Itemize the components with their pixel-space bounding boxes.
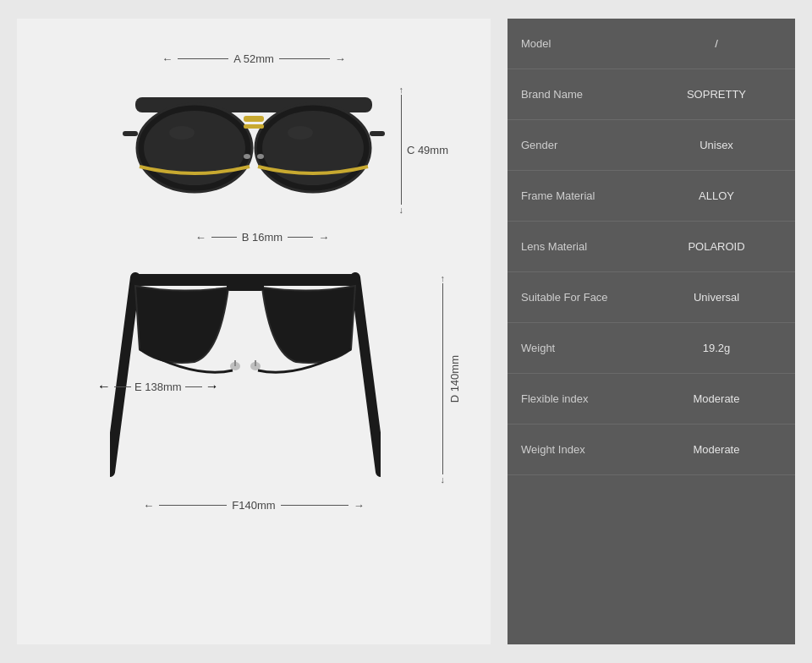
dim-d: ↑ ↓ D 140mm [441,273,462,485]
spec-row-7: Flexible indexModerate [508,374,795,425]
svg-point-10 [257,154,264,159]
spec-value: Universal [651,291,782,304]
svg-point-11 [169,126,195,140]
glasses-bottom-wrapper: ← E 138mm → ↑ ↓ D 140mm [110,269,398,492]
dim-e: ← E 138mm → [97,379,219,394]
spec-label: Model [521,37,651,50]
specs-panel: Model/Brand NameSOPRETTYGenderUnisexFram… [508,19,795,644]
spec-label: Weight Index [521,443,651,456]
spec-label: Flexible index [521,392,651,405]
spec-row-0: Model/ [508,19,795,69]
spec-label: Weight [521,342,651,354]
dim-e-label: E 138mm [134,381,182,393]
dim-f-label: F140mm [232,499,275,512]
spec-label: Gender [521,139,651,151]
svg-line-13 [110,277,135,472]
dim-c-label: C 49mm [407,144,448,156]
spec-label: Suitable For Face [521,291,651,304]
svg-point-12 [288,126,313,140]
dim-c: ↑ ↓ C 49mm [398,85,448,215]
spec-row-5: Suitable For FaceUniversal [508,272,795,323]
svg-rect-8 [370,131,385,136]
svg-point-9 [244,154,250,159]
spec-value: 19.2g [651,342,782,354]
spec-label: Lens Material [521,240,651,253]
dim-f: ← F140mm → [143,499,364,512]
bottom-glasses-section: ← E 138mm → ↑ ↓ D 140mm [34,269,474,512]
spec-row-2: GenderUnisex [508,120,795,171]
top-glasses-section: ← A 52mm → [34,52,474,244]
dim-b-label: B 16mm [242,231,283,244]
spec-row-6: Weight19.2g [508,323,795,374]
dim-a-label: A 52mm [233,52,274,65]
svg-rect-6 [244,124,264,129]
main-container: ← A 52mm → [17,19,795,644]
glasses-top-wrapper: ↑ ↓ C 49mm [118,72,389,227]
spec-label: Frame Material [521,189,651,202]
spec-label: Brand Name [521,88,651,101]
spec-value: / [651,37,782,50]
svg-line-14 [355,277,381,472]
dim-d-label: D 140mm [448,355,461,403]
spec-value: Moderate [651,392,782,405]
dim-a: ← A 52mm → [162,52,346,65]
svg-rect-16 [227,281,264,291]
spec-value: SOPRETTY [651,88,782,101]
spec-value: Moderate [651,443,782,456]
glasses-front-svg [118,72,389,224]
spec-row-partial [508,475,795,526]
svg-rect-7 [123,131,138,136]
spec-value: Unisex [651,139,782,151]
diagram-panel: ← A 52mm → [17,19,491,644]
dim-b: ← B 16mm → [195,231,329,244]
spec-row-1: Brand NameSOPRETTY [508,69,795,120]
spec-row-3: Frame MaterialALLOY [508,171,795,222]
spec-row-4: Lens MaterialPOLAROID [508,222,795,272]
spec-value: POLAROID [651,240,782,253]
spec-row-8: Weight IndexModerate [508,425,795,475]
svg-rect-5 [244,116,264,122]
spec-value: ALLOY [651,189,782,202]
